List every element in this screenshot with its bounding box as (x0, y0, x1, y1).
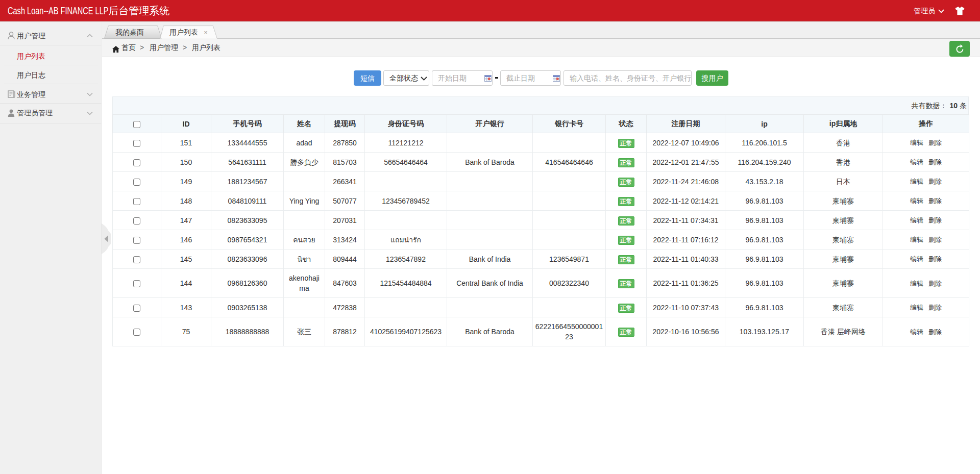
svg-text:我的桌面: 我的桌面 (115, 28, 144, 36)
svg-text:×: × (204, 29, 208, 36)
svg-text:用户列表: 用户列表 (169, 28, 198, 36)
